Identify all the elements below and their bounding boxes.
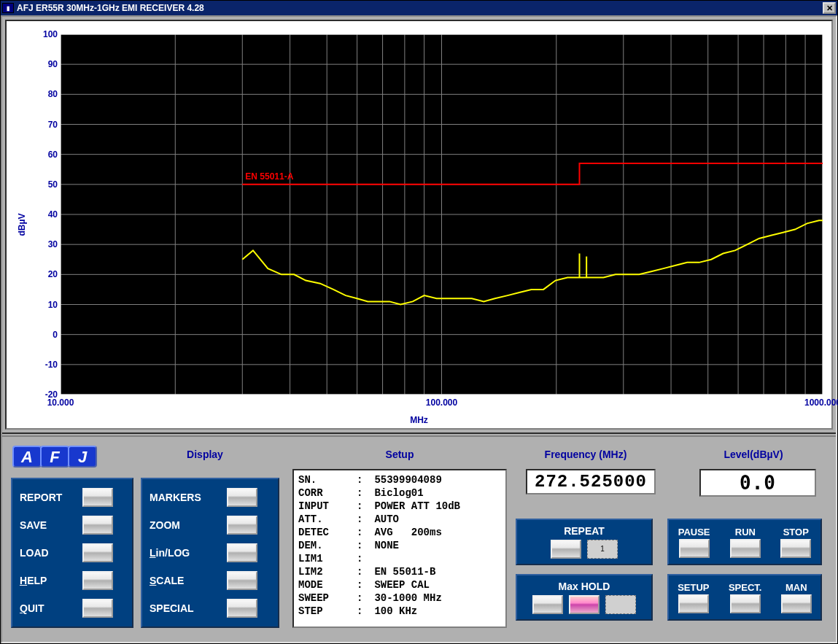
load-label: LOAD — [17, 547, 82, 559]
frequency-readout: 272.525000 — [526, 469, 656, 494]
setup-row: SN.: 55399904089 — [298, 473, 501, 486]
setup-row: STEP: 100 KHz — [298, 605, 501, 618]
setup-row: LIM2: EN 55011-B — [298, 565, 501, 578]
stop-button[interactable] — [780, 539, 811, 558]
linlog-label: Lin/LOG — [147, 547, 227, 559]
setup-row: DETEC: AVG 200ms — [298, 526, 501, 539]
setup-row: MODE: SWEEP CAL — [298, 578, 501, 591]
app-window: ▮ AFJ ER55R 30MHz-1GHz EMI RECEIVER 4.28… — [0, 0, 838, 644]
logo-j: J — [68, 446, 97, 468]
repeat-title: REPEAT — [564, 525, 605, 537]
help-button[interactable] — [82, 571, 113, 590]
setup-row: INPUT: POWER ATT 10dB — [298, 500, 501, 513]
x-tick: 100.000 — [426, 397, 457, 408]
report-button[interactable] — [82, 488, 113, 507]
maxhold-button-3[interactable] — [605, 595, 636, 614]
control-panel: A F J Display Setup Frequency (MHz) Leve… — [2, 437, 836, 642]
y-tick: 10 — [28, 300, 58, 310]
x-tick: 1000.000 — [804, 397, 838, 408]
panel-title-display: Display — [161, 449, 249, 460]
limit-line-label: EN 55011-A — [245, 171, 293, 182]
load-button[interactable] — [82, 543, 113, 562]
scale-button[interactable] — [227, 571, 257, 590]
quit-button[interactable] — [82, 599, 113, 618]
level-readout: 0.0 — [699, 469, 816, 497]
afj-logo: A F J — [12, 446, 96, 468]
titlebar: ▮ AFJ ER55R 30MHz-1GHz EMI RECEIVER 4.28… — [1, 1, 837, 15]
window-title: AFJ ER55R 30MHz-1GHz EMI RECEIVER 4.28 — [17, 3, 204, 13]
y-tick: 100 — [28, 29, 58, 39]
setup-row: CORR: Biclog01 — [298, 486, 501, 500]
maxhold-button-1[interactable] — [532, 595, 563, 614]
repeat-count[interactable]: 1 — [587, 540, 618, 559]
run-label: RUN — [735, 527, 756, 538]
app-icon: ▮ — [2, 3, 14, 13]
setup-row: DEM.: NONE — [298, 539, 501, 552]
setup-button[interactable] — [678, 594, 709, 613]
y-axis-label: dBµV — [17, 214, 27, 236]
report-label: REPORT — [17, 492, 82, 503]
man-label: MAN — [785, 582, 807, 593]
y-tick: 20 — [28, 269, 58, 279]
plot-svg — [61, 34, 823, 395]
setup-row: LIM1: — [298, 552, 501, 565]
display-button-group: MARKERS ZOOM Lin/LOG SCALE SPECIAL — [141, 478, 279, 628]
save-button[interactable] — [82, 516, 113, 535]
markers-label: MARKERS — [147, 492, 227, 503]
maxhold-title: Max HOLD — [559, 581, 610, 592]
spect-button[interactable] — [730, 594, 761, 613]
man-button[interactable] — [781, 594, 812, 613]
repeat-box: REPEAT 1 — [516, 519, 653, 565]
file-button-group: REPORT SAVE LOAD HELP QUIT — [11, 478, 133, 628]
zoom-label: ZOOM — [147, 519, 227, 531]
y-tick: 40 — [28, 209, 58, 220]
y-tick: 90 — [28, 59, 58, 69]
zoom-button[interactable] — [227, 516, 257, 535]
markers-button[interactable] — [227, 488, 257, 507]
y-tick: 0 — [28, 330, 58, 340]
y-tick: -10 — [28, 360, 58, 370]
x-axis-label: MHz — [410, 415, 428, 425]
linlog-button[interactable] — [227, 543, 257, 562]
repeat-button[interactable] — [551, 540, 581, 559]
pause-label: PAUSE — [678, 527, 710, 538]
panel-title-setup: Setup — [327, 449, 473, 460]
panel-title-frequency: Frequency (MHz) — [520, 449, 651, 460]
y-tick: 80 — [28, 89, 58, 99]
y-tick: 30 — [28, 239, 58, 249]
help-label: HELP — [17, 575, 82, 586]
scale-label: SCALE — [147, 575, 227, 586]
maxhold-button-2[interactable] — [569, 595, 600, 614]
x-tick: 10.000 — [47, 397, 74, 408]
pause-button[interactable] — [679, 539, 710, 558]
spect-label: SPECT. — [729, 582, 762, 593]
run-control-box: PAUSE RUN STOP — [667, 519, 822, 565]
setup-row: ATT.: AUTO — [298, 513, 501, 526]
panel-title-level: Level(dBµV) — [688, 449, 819, 460]
logo-f: F — [40, 446, 69, 468]
stop-label: STOP — [783, 527, 809, 538]
special-label: SPECIAL — [147, 602, 227, 614]
setup-row: SWEEP: 30-1000 MHz — [298, 591, 501, 605]
maxhold-box: Max HOLD — [516, 574, 653, 621]
setup-label: SETUP — [678, 582, 709, 593]
mode-control-box: SETUP SPECT. MAN — [667, 574, 822, 621]
quit-label: QUIT — [17, 602, 82, 614]
logo-a: A — [12, 446, 42, 468]
y-tick: 70 — [28, 120, 58, 130]
run-button[interactable] — [730, 539, 761, 558]
y-tick: 50 — [28, 179, 58, 190]
chart-panel: dBµV MHz -20-100102030405060708090100 10… — [5, 20, 833, 430]
special-button[interactable] — [227, 599, 257, 618]
plot-area[interactable] — [61, 34, 823, 395]
setup-info-box: SN.: 55399904089CORR: Biclog01INPUT: POW… — [292, 469, 507, 628]
close-icon[interactable]: ✕ — [823, 2, 836, 14]
y-tick: 60 — [28, 150, 58, 160]
save-label: SAVE — [17, 519, 82, 531]
